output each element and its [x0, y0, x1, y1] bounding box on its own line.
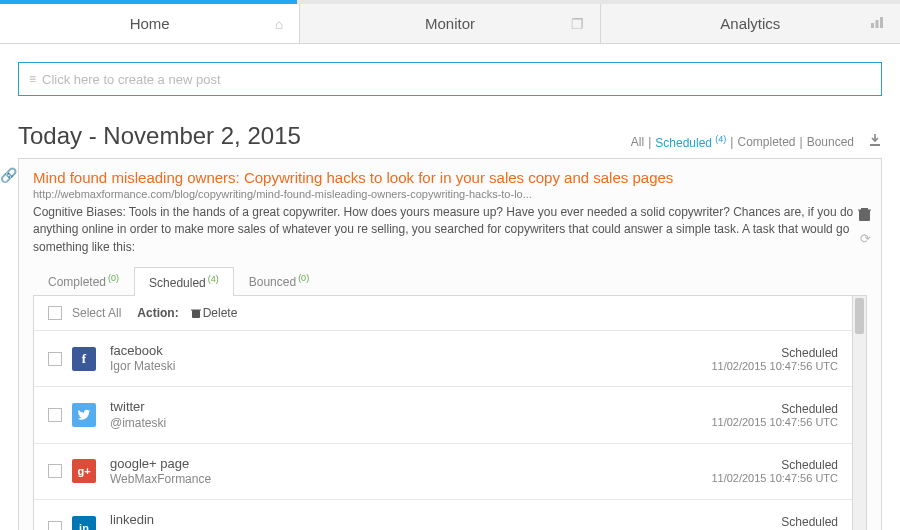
filter-bar: All| Scheduled (4) | Completed| Bounced [631, 133, 882, 150]
row-status: Scheduled [711, 515, 838, 529]
svg-rect-4 [859, 210, 870, 221]
post-card: 🔗 ⟳ Mind found misleading owners: Copywr… [18, 158, 882, 530]
download-icon[interactable] [868, 133, 882, 150]
svg-rect-2 [880, 17, 883, 28]
compose-placeholder: Click here to create a new post [42, 72, 220, 87]
filter-bounced[interactable]: Bounced [807, 135, 854, 149]
row-checkbox[interactable] [48, 352, 62, 366]
row-timestamp: 11/02/2015 10:47:56 UTC [711, 472, 838, 484]
row-network: google+ page [110, 456, 711, 472]
svg-rect-0 [871, 23, 874, 28]
subtabs: Completed(0) Scheduled(4) Bounced(0) [33, 266, 867, 296]
row-checkbox[interactable] [48, 408, 62, 422]
row-checkbox[interactable] [48, 521, 62, 530]
row-status: Scheduled [711, 458, 838, 472]
date-heading: Today - November 2, 2015 [18, 122, 631, 150]
compose-input[interactable]: ≡ Click here to create a new post [18, 62, 882, 96]
filter-all[interactable]: All [631, 135, 644, 149]
main-tabs: Home ⌂ Monitor ❐ Analytics [0, 4, 900, 44]
row-checkbox[interactable] [48, 464, 62, 478]
facebook-icon: f [72, 347, 96, 371]
select-all-label: Select All [72, 306, 121, 320]
schedule-row: g+ google+ page WebMaxFormance Scheduled… [34, 443, 852, 499]
row-network: twitter [110, 399, 711, 415]
row-account: Igor Mateski [110, 359, 711, 374]
select-all-checkbox[interactable] [48, 306, 62, 320]
subtab-completed[interactable]: Completed(0) [33, 266, 134, 295]
svg-rect-6 [858, 210, 871, 211]
row-status: Scheduled [711, 402, 838, 416]
home-icon: ⌂ [275, 16, 283, 32]
row-network: linkedin [110, 512, 711, 528]
analytics-icon [870, 15, 884, 32]
filter-scheduled[interactable]: Scheduled (4) [655, 134, 726, 150]
scrollbar[interactable] [853, 296, 867, 530]
schedule-list: Select All Action: Delete f facebook Igo… [33, 296, 853, 530]
schedule-row: in linkedin Igor Mateski [LION 3500+] Sc… [34, 499, 852, 530]
delete-post-icon[interactable] [858, 207, 871, 225]
burger-icon: ≡ [29, 72, 36, 86]
schedule-row: twitter @imateski Scheduled 11/02/2015 1… [34, 386, 852, 442]
svg-rect-8 [191, 309, 201, 310]
svg-rect-1 [875, 20, 878, 28]
bulk-delete-button[interactable]: Delete [191, 306, 238, 320]
post-desc: Cognitive Biases: Tools in the hands of … [33, 204, 867, 256]
tab-monitor-label: Monitor [425, 15, 475, 32]
schedule-row: f facebook Igor Mateski Scheduled 11/02/… [34, 330, 852, 386]
row-network: facebook [110, 343, 711, 359]
subtab-scheduled[interactable]: Scheduled(4) [134, 267, 234, 296]
tab-analytics[interactable]: Analytics [601, 4, 900, 43]
action-label: Action: [137, 306, 178, 320]
subtab-bounced[interactable]: Bounced(0) [234, 266, 324, 295]
link-icon: 🔗 [0, 167, 17, 183]
monitor-icon: ❐ [571, 16, 584, 32]
svg-rect-3 [870, 144, 880, 146]
row-status: Scheduled [711, 346, 838, 360]
post-url: http://webmaxformance.com/blog/copywriti… [33, 188, 867, 200]
tab-monitor[interactable]: Monitor ❐ [300, 4, 600, 43]
scrollbar-thumb[interactable] [855, 298, 864, 334]
refresh-icon[interactable]: ⟳ [860, 231, 871, 246]
tab-analytics-label: Analytics [720, 15, 780, 32]
select-all-row: Select All Action: Delete [34, 296, 852, 330]
tab-home[interactable]: Home ⌂ [0, 4, 300, 43]
linkedin-icon: in [72, 516, 96, 530]
googleplus-icon: g+ [72, 459, 96, 483]
twitter-icon [72, 403, 96, 427]
filter-completed[interactable]: Completed [737, 135, 795, 149]
row-account: WebMaxFormance [110, 472, 711, 487]
row-account: @imateski [110, 416, 711, 431]
tab-home-label: Home [130, 15, 170, 32]
row-timestamp: 11/02/2015 10:47:56 UTC [711, 360, 838, 372]
svg-rect-7 [192, 310, 200, 318]
post-title[interactable]: Mind found misleading owners: Copywritin… [33, 169, 867, 186]
row-timestamp: 11/02/2015 10:47:56 UTC [711, 416, 838, 428]
